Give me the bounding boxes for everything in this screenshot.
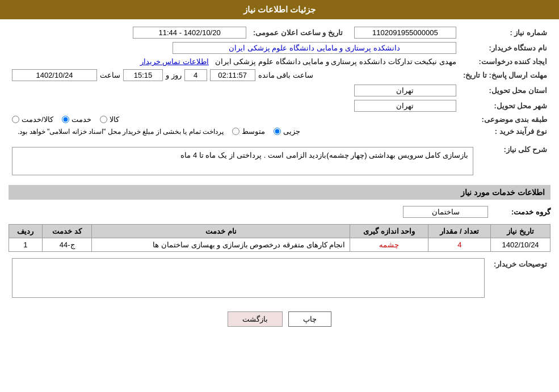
deadline-label: مهلت ارسال پاسخ: تا تاریخ: xyxy=(460,68,550,83)
buyer-org-label: نام دستگاه خریدار: xyxy=(460,40,550,56)
purchase-type-cell: پرداخت تمام یا بخشی از مبلغ خریدار محل "… xyxy=(9,125,460,137)
cell-date: 1402/10/24 xyxy=(491,238,550,252)
narration-value: بازسازی کامل سرویس بهداشتی (چهار چشمه)با… xyxy=(12,147,473,175)
purchase-option-motawaset: متوسط xyxy=(232,127,265,136)
deadline-days-value: 4 xyxy=(184,69,207,81)
province-cell: تهران xyxy=(9,83,460,98)
page-wrapper: جزئیات اطلاعات نیاز شماره نیاز : 1102091… xyxy=(0,0,559,392)
buyer-desc-cell xyxy=(9,256,488,301)
category-radio-kala[interactable] xyxy=(100,116,107,123)
page-header: جزئیات اطلاعات نیاز xyxy=(0,0,559,19)
purchase-label-motawaset: متوسط xyxy=(242,127,265,136)
announce-datetime-label: تاریخ و ساعت اعلان عمومی: xyxy=(250,25,346,40)
deadline-cell: 1402/10/24 ساعت 15:15 روز و 4 02:11:57 س… xyxy=(9,68,460,83)
col-quantity: تعداد / مقدار xyxy=(428,225,491,238)
category-label: طبقه بندی موضوعی: xyxy=(460,113,550,125)
creator-label: ایجاد کننده درخواست: xyxy=(460,56,550,68)
cell-quantity: 4 xyxy=(428,238,491,252)
buyer-org-cell: دانشکده پرستاری و مامایی دانشگاه علوم پز… xyxy=(9,40,460,56)
col-code: کد خدمت xyxy=(42,225,92,238)
service-group-value: ساختمان xyxy=(403,206,488,218)
city-value: تهران xyxy=(354,100,456,112)
category-radio-group: کالا/خدمت خدمت کالا xyxy=(12,115,456,124)
col-row: ردیف xyxy=(9,225,43,238)
narration-cell: بازسازی کامل سرویس بهداشتی (چهار چشمه)با… xyxy=(9,142,477,180)
services-table: تاریخ نیاز تعداد / مقدار واحد اندازه گیر… xyxy=(9,224,550,252)
contact-link[interactable]: اطلاعات تماس خریدار xyxy=(140,57,209,66)
category-label-kala: کالا xyxy=(110,115,119,124)
need-number-label: شماره نیاز : xyxy=(460,25,550,40)
bottom-buttons: چاپ بازگشت xyxy=(9,306,550,332)
back-button[interactable]: بازگشت xyxy=(228,311,283,327)
buyer-desc-label: توصیحات خریدار: xyxy=(488,256,550,301)
service-group-label: گروه خدمت: xyxy=(494,208,550,216)
deadline-time-label: ساعت xyxy=(100,71,120,79)
purchase-note: پرداخت تمام یا بخشی از مبلغ خریدار محل "… xyxy=(18,128,224,136)
category-radio-kala-khedmat[interactable] xyxy=(12,116,19,123)
announce-datetime-cell: 1402/10/20 - 11:44 xyxy=(9,25,250,40)
purchase-label-jozi: جزیی xyxy=(283,127,300,136)
category-cell: کالا/خدمت خدمت کالا xyxy=(9,113,460,125)
category-option-kala: کالا xyxy=(100,115,119,124)
deadline-time-value: 15:15 xyxy=(123,69,163,81)
buyer-desc-table: توصیحات خریدار: xyxy=(9,256,550,301)
category-radio-khedmat[interactable] xyxy=(62,116,69,123)
purchase-type-label: نوع فرآیند خرید : xyxy=(460,125,550,137)
print-button[interactable]: چاپ xyxy=(288,311,331,327)
creator-cell: مهدی نیکبخت تدارکات دانشکده پرستاری و ما… xyxy=(9,56,460,68)
cell-unit: چشمه xyxy=(350,238,428,252)
services-section-label: اطلاعات خدمات مورد نیاز xyxy=(9,185,550,200)
province-label: استان محل تحویل: xyxy=(460,83,550,98)
buyer-desc-textarea[interactable] xyxy=(12,258,485,298)
cell-code: ج-44 xyxy=(42,238,92,252)
province-value: تهران xyxy=(354,85,456,96)
purchase-option-jozi: جزیی xyxy=(274,127,300,136)
deadline-date-value: 1402/10/24 xyxy=(12,69,97,81)
category-option-kala-khedmat: کالا/خدمت xyxy=(12,115,53,124)
category-label-kala-khedmat: کالا/خدمت xyxy=(22,115,53,124)
deadline-remaining-value: 02:11:57 xyxy=(210,69,255,81)
buyer-org-value: دانشکده پرستاری و مامایی دانشگاه علوم پز… xyxy=(173,42,456,54)
deadline-remaining-label: ساعت باقی مانده xyxy=(258,71,313,79)
col-date: تاریخ نیاز xyxy=(491,225,550,238)
category-label-khedmat: خدمت xyxy=(72,115,91,124)
city-cell: تهران xyxy=(9,98,460,113)
service-group-row: گروه خدمت: ساختمان xyxy=(9,204,550,220)
announce-datetime-value: 1402/10/20 - 11:44 xyxy=(133,27,246,39)
info-table-top: شماره نیاز : 1102091955000005 تاریخ و سا… xyxy=(9,25,550,137)
page-title: جزئیات اطلاعات نیاز xyxy=(243,5,316,14)
purchase-radio-group: پرداخت تمام یا بخشی از مبلغ خریدار محل "… xyxy=(12,127,456,136)
need-number-value: 1102091955000005 xyxy=(354,27,456,39)
cell-row: 1 xyxy=(9,238,43,252)
narration-table: شرح کلی نیاز: بازسازی کامل سرویس بهداشتی… xyxy=(9,142,550,180)
purchase-radio-jozi[interactable] xyxy=(274,128,281,135)
purchase-radio-motawaset[interactable] xyxy=(232,128,239,135)
need-number-cell: 1102091955000005 xyxy=(346,25,460,40)
col-unit: واحد اندازه گیری xyxy=(350,225,428,238)
cell-name: انجام کارهای متفرقه درخصوص بازسازی و بهس… xyxy=(92,238,350,252)
creator-value: مهدی نیکبخت تدارکات دانشکده پرستاری و ما… xyxy=(215,57,456,66)
table-row: 1402/10/24 4 چشمه انجام کارهای متفرقه در… xyxy=(9,238,550,252)
narration-label: شرح کلی نیاز: xyxy=(477,142,550,180)
category-option-khedmat: خدمت xyxy=(62,115,91,124)
content-area: شماره نیاز : 1102091955000005 تاریخ و سا… xyxy=(0,19,559,338)
deadline-days-label: روز و xyxy=(166,71,182,79)
col-name: نام خدمت xyxy=(92,225,350,238)
city-label: شهر محل تحویل: xyxy=(460,98,550,113)
